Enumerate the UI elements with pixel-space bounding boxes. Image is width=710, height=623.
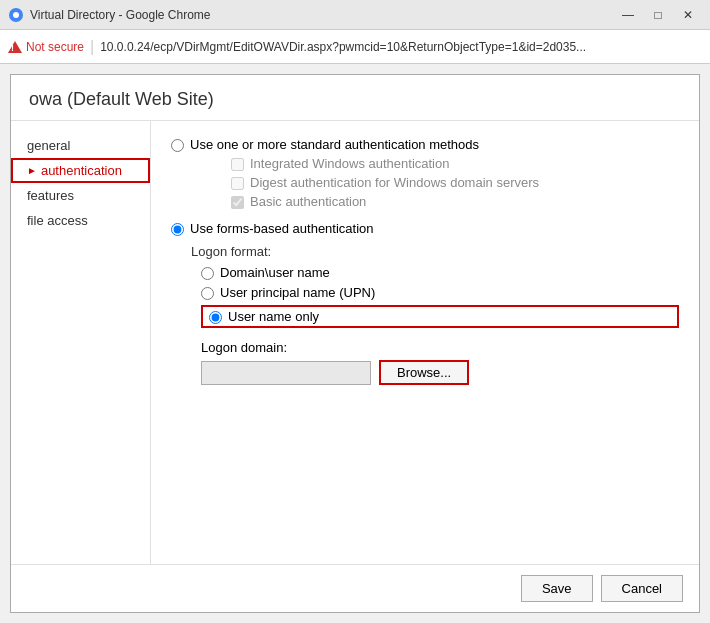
logon-domain-label: Logon domain:: [201, 340, 679, 355]
save-button[interactable]: Save: [521, 575, 593, 602]
sidebar-item-general[interactable]: general: [11, 133, 150, 158]
sidebar: general ► authentication features file a…: [11, 121, 151, 564]
domain-input[interactable]: [201, 361, 371, 385]
basic-auth-checkbox[interactable]: [231, 196, 244, 209]
sidebar-general-label: general: [27, 138, 70, 153]
not-secure-label: Not secure: [26, 40, 84, 54]
domain-user-option[interactable]: Domain\user name: [201, 265, 679, 280]
domain-user-label[interactable]: Domain\user name: [220, 265, 330, 280]
forms-based-section: Logon format: Domain\user name User prin…: [191, 244, 679, 385]
upn-radio[interactable]: [201, 287, 214, 300]
minimize-button[interactable]: —: [614, 5, 642, 25]
domain-row: Browse...: [201, 360, 679, 385]
footer: Save Cancel: [11, 564, 699, 612]
integrated-windows-label: Integrated Windows authentication: [250, 156, 449, 171]
standard-auth-suboptions: Integrated Windows authentication Digest…: [211, 156, 679, 209]
upn-label[interactable]: User principal name (UPN): [220, 285, 375, 300]
svg-point-1: [13, 12, 19, 18]
digest-auth-option: Digest authentication for Windows domain…: [231, 175, 679, 190]
digest-auth-checkbox[interactable]: [231, 177, 244, 190]
integrated-windows-checkbox[interactable]: [231, 158, 244, 171]
username-only-option[interactable]: User name only: [201, 305, 679, 328]
sidebar-item-features[interactable]: features: [11, 183, 150, 208]
basic-auth-option: Basic authentication: [231, 194, 679, 209]
standard-auth-radio[interactable]: [171, 139, 184, 152]
page-title: owa (Default Web Site): [11, 75, 699, 121]
username-only-label[interactable]: User name only: [228, 309, 319, 324]
forms-based-radio[interactable]: [171, 223, 184, 236]
address-separator: |: [90, 38, 94, 56]
not-secure-indicator: Not secure: [8, 40, 84, 54]
basic-auth-label: Basic authentication: [250, 194, 366, 209]
window-title: Virtual Directory - Google Chrome: [30, 8, 614, 22]
content-area: Use one or more standard authentication …: [151, 121, 699, 564]
forms-based-option[interactable]: Use forms-based authentication: [171, 221, 679, 236]
address-bar: Not secure | 10.0.0.24/ecp/VDirMgmt/Edit…: [0, 30, 710, 64]
main-window: owa (Default Web Site) general ► authent…: [10, 74, 700, 613]
sidebar-authentication-label: authentication: [41, 163, 122, 178]
logon-format-label: Logon format:: [191, 244, 679, 259]
sidebar-item-file-access[interactable]: file access: [11, 208, 150, 233]
sidebar-fileaccess-label: file access: [27, 213, 88, 228]
warning-icon: [8, 41, 22, 53]
window-controls: — □ ✕: [614, 5, 702, 25]
standard-auth-option[interactable]: Use one or more standard authentication …: [171, 137, 679, 152]
sidebar-arrow-icon: ►: [27, 165, 37, 176]
sidebar-features-label: features: [27, 188, 74, 203]
forms-based-label[interactable]: Use forms-based authentication: [190, 221, 374, 236]
cancel-button[interactable]: Cancel: [601, 575, 683, 602]
close-button[interactable]: ✕: [674, 5, 702, 25]
logon-domain-section: Logon domain: Browse...: [201, 340, 679, 385]
standard-auth-label[interactable]: Use one or more standard authentication …: [190, 137, 479, 152]
window-body: general ► authentication features file a…: [11, 121, 699, 564]
title-bar: Virtual Directory - Google Chrome — □ ✕: [0, 0, 710, 30]
sidebar-item-authentication[interactable]: ► authentication: [11, 158, 150, 183]
maximize-button[interactable]: □: [644, 5, 672, 25]
digest-auth-label: Digest authentication for Windows domain…: [250, 175, 539, 190]
browse-button[interactable]: Browse...: [379, 360, 469, 385]
integrated-windows-option: Integrated Windows authentication: [231, 156, 679, 171]
domain-user-radio[interactable]: [201, 267, 214, 280]
upn-option[interactable]: User principal name (UPN): [201, 285, 679, 300]
username-only-radio[interactable]: [209, 311, 222, 324]
address-url[interactable]: 10.0.0.24/ecp/VDirMgmt/EditOWAVDir.aspx?…: [100, 40, 702, 54]
app-icon: [8, 7, 24, 23]
logon-options: Domain\user name User principal name (UP…: [201, 265, 679, 328]
